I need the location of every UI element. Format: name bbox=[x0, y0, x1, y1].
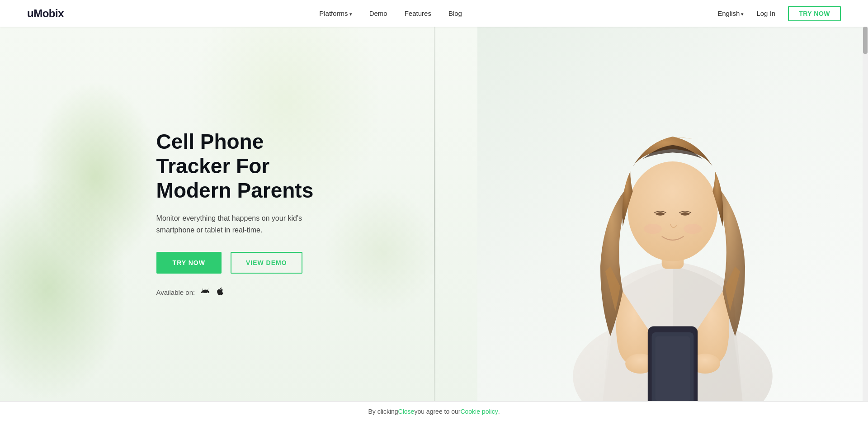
logo-prefix: u bbox=[27, 7, 33, 19]
hero-section: Cell Phone Tracker For Modern Parents Mo… bbox=[0, 27, 868, 401]
nav-try-button[interactable]: TRY NOW bbox=[788, 6, 841, 21]
nav-item-platforms[interactable]: Platforms bbox=[319, 9, 352, 18]
available-label: Available on: bbox=[156, 289, 195, 296]
svg-point-9 bbox=[644, 224, 662, 234]
svg-point-8 bbox=[628, 161, 718, 261]
login-link[interactable]: Log In bbox=[756, 9, 775, 17]
navbar: uMobix Platforms Demo Features Blog Engl… bbox=[0, 0, 868, 27]
nav-item-features[interactable]: Features bbox=[405, 9, 431, 18]
nav-link-features[interactable]: Features bbox=[405, 9, 431, 17]
nav-right: English Log In TRY NOW bbox=[717, 6, 841, 21]
logo[interactable]: uMobix bbox=[27, 7, 64, 20]
hero-illustration bbox=[477, 27, 868, 401]
nav-link-blog[interactable]: Blog bbox=[448, 9, 462, 17]
hero-buttons: TRY NOW VIEW DEMO bbox=[156, 252, 316, 274]
hero-demo-button[interactable]: VIEW DEMO bbox=[231, 252, 302, 274]
language-selector[interactable]: English bbox=[717, 9, 744, 17]
logo-suffix: Mobix bbox=[33, 7, 64, 19]
hero-title-line1: Cell Phone Tracker For bbox=[156, 130, 270, 178]
scrollbar-thumb[interactable] bbox=[863, 27, 868, 54]
hero-title-line2: Modern Parents bbox=[156, 179, 314, 202]
svg-rect-6 bbox=[655, 336, 690, 401]
hero-try-button[interactable]: TRY NOW bbox=[156, 252, 222, 274]
nav-item-blog[interactable]: Blog bbox=[448, 9, 462, 18]
hero-bg-right bbox=[477, 27, 868, 401]
hero-subtitle: Monitor everything that happens on your … bbox=[156, 213, 316, 236]
android-icon bbox=[200, 286, 210, 298]
available-on: Available on: bbox=[156, 286, 316, 298]
hero-content: Cell Phone Tracker For Modern Parents Mo… bbox=[0, 129, 316, 299]
hero-title: Cell Phone Tracker For Modern Parents bbox=[156, 129, 316, 203]
nav-links: Platforms Demo Features Blog bbox=[319, 9, 462, 18]
hero-divider bbox=[434, 27, 435, 401]
nav-link-demo[interactable]: Demo bbox=[369, 9, 387, 17]
apple-icon bbox=[216, 287, 225, 298]
nav-link-platforms[interactable]: Platforms bbox=[319, 9, 352, 17]
svg-point-10 bbox=[684, 224, 702, 234]
scrollbar-track[interactable] bbox=[863, 27, 868, 401]
nav-item-demo[interactable]: Demo bbox=[369, 9, 387, 18]
